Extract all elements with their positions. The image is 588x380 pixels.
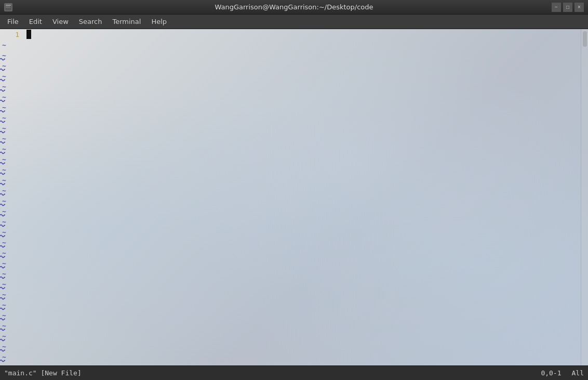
- wavy-mark: [0, 210, 7, 220]
- wavy-mark: [0, 116, 7, 127]
- tilde-marker: ~: [2, 41, 6, 49]
- wavy-mark: [0, 220, 7, 231]
- title-bar: WangGarrison@WangGarrison:~/Desktop/code…: [0, 0, 588, 15]
- svg-rect-1: [6, 5, 11, 6]
- editor-text-area[interactable]: [23, 29, 581, 365]
- gutter-tilde-row: ~: [0, 40, 23, 50]
- status-filename: "main.c" [New File]: [4, 369, 82, 377]
- gutter-row-1: 1: [0, 29, 23, 40]
- scrollbar-track[interactable]: [581, 29, 588, 365]
- wavy-mark: [0, 148, 7, 158]
- wavy-mark: [0, 106, 7, 116]
- svg-rect-2: [6, 6, 10, 7]
- menu-file[interactable]: File: [2, 16, 24, 28]
- status-right: 0,0-1 All: [541, 369, 584, 377]
- title-bar-left: [4, 3, 12, 11]
- line-number-1: 1: [15, 31, 19, 38]
- menu-bar: File Edit View Search Terminal Help: [0, 15, 588, 29]
- wavy-mark: [0, 345, 7, 356]
- wavy-mark: [0, 137, 7, 148]
- wavy-mark: [0, 252, 7, 262]
- minimize-button[interactable]: −: [552, 3, 561, 12]
- menu-terminal[interactable]: Terminal: [107, 16, 146, 28]
- wavy-mark: [0, 262, 7, 272]
- menu-search[interactable]: Search: [74, 16, 108, 28]
- wavy-mark: [0, 283, 7, 293]
- menu-view[interactable]: View: [47, 16, 74, 28]
- wavy-mark: [0, 127, 7, 137]
- status-position: 0,0-1: [541, 369, 561, 377]
- wavy-mark: [0, 54, 7, 64]
- menu-help[interactable]: Help: [146, 16, 172, 28]
- svg-rect-3: [6, 7, 10, 8]
- window-controls: − □ ×: [552, 3, 584, 12]
- wavy-mark: [0, 96, 7, 106]
- wavy-mark: [0, 272, 7, 283]
- wavy-mark: [0, 314, 7, 324]
- app-icon: [4, 3, 12, 11]
- wavy-mark: [0, 293, 7, 304]
- window-title: WangGarrison@WangGarrison:~/Desktop/code: [215, 3, 373, 11]
- wavy-mark: [0, 200, 7, 210]
- wavy-mark: [0, 304, 7, 314]
- close-button[interactable]: ×: [574, 3, 584, 12]
- wavy-mark: [0, 85, 7, 96]
- wavy-mark: [0, 179, 7, 189]
- wavy-mark: [0, 335, 7, 345]
- wavy-mark: [0, 158, 7, 168]
- wavy-mark: [0, 324, 7, 335]
- wavy-mark: [0, 241, 7, 252]
- wavy-mark: [0, 75, 7, 85]
- maximize-button[interactable]: □: [563, 3, 572, 12]
- status-bar: "main.c" [New File] 0,0-1 All: [0, 365, 588, 380]
- editor-line-1: [23, 29, 581, 40]
- wavy-mark: [0, 356, 7, 365]
- wavy-mark: [0, 64, 7, 75]
- wavy-mark: [0, 189, 7, 200]
- menu-edit[interactable]: Edit: [24, 16, 47, 28]
- wavy-mark: [0, 231, 7, 241]
- editor-container: 1 ~~~~~~~~~~~~~~~~~~~~~~~~~~~~~~~~: [0, 29, 588, 365]
- wavy-marks-column: [0, 54, 7, 365]
- wavy-mark: [0, 168, 7, 179]
- text-cursor: [26, 30, 31, 39]
- status-scroll: All: [572, 369, 584, 377]
- scrollbar-thumb[interactable]: [583, 31, 587, 47]
